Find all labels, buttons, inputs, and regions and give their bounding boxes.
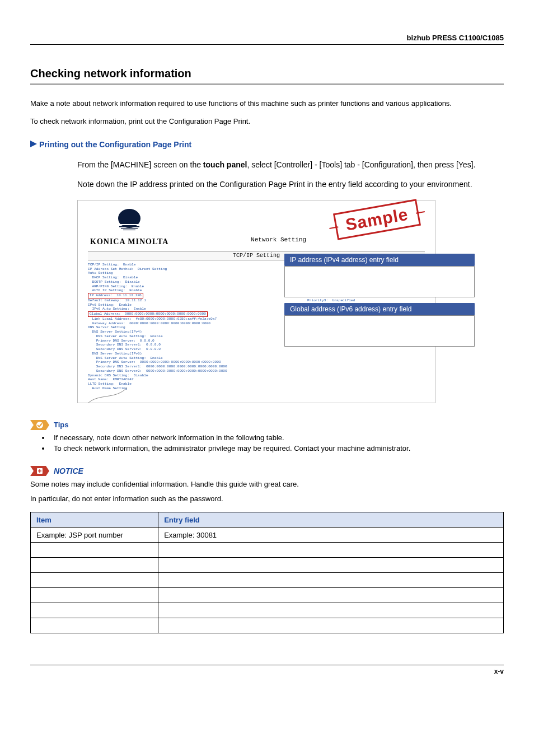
table-row <box>31 618 504 633</box>
th-entry: Entry field <box>158 512 504 528</box>
cell-entry-example: Example: 30081 <box>158 528 504 543</box>
page-curl-icon <box>88 388 127 403</box>
table-row <box>31 558 504 573</box>
callout-ipv4: IP address (IPv4 address) entry field <box>284 254 475 266</box>
section-rule <box>30 83 504 85</box>
intro-paragraph-2: To check network information, print out … <box>30 116 504 127</box>
table-row <box>31 603 504 618</box>
table-row <box>31 588 504 603</box>
table-row <box>31 573 504 588</box>
sample-stamp: Sample <box>333 199 421 240</box>
ip-address-highlight: IP Address: 10.11.12.186 <box>88 293 143 298</box>
entry-box-ipv6 <box>284 315 475 347</box>
subsection-title: Printing out the Configuration Page Prin… <box>39 140 191 149</box>
intro-paragraph-1: Make a note about network information re… <box>30 99 504 109</box>
svg-rect-3 <box>119 226 139 227</box>
figure-doc-title: Network Setting <box>251 236 306 243</box>
callout-ipv6: Global address (IPv6 address) entry fiel… <box>284 303 475 315</box>
triangle-icon <box>30 140 37 149</box>
svg-point-7 <box>36 422 43 428</box>
page-number: x-v <box>30 665 504 675</box>
notice-icon <box>30 466 49 476</box>
globe-icon <box>116 208 142 234</box>
notice-heading: NOTICE <box>30 466 504 476</box>
global-address-highlight: Global Address: 0000:0000:0000:0000:0000… <box>88 311 208 317</box>
svg-marker-0 <box>30 141 37 147</box>
subsection-heading: Printing out the Configuration Page Prin… <box>30 140 504 149</box>
table-row: Example: JSP port number Example: 30081 <box>31 528 504 543</box>
config-page-figure: KONICA MINOLTA Network Setting Sample TC… <box>77 200 435 403</box>
entry-box-ipv4 <box>284 266 475 297</box>
tips-list: If necessary, note down other network in… <box>30 433 504 452</box>
notice-label: NOTICE <box>54 466 83 475</box>
step-paragraph-1: From the [MACHINE] screen on the touch p… <box>77 159 504 170</box>
konica-minolta-logo: KONICA MINOLTA <box>90 208 168 246</box>
entry-table: Item Entry field Example: JSP port numbe… <box>30 512 504 633</box>
th-item: Item <box>31 512 158 528</box>
tips-heading: Tips <box>30 420 504 430</box>
logo-text: KONICA MINOLTA <box>90 237 168 246</box>
svg-rect-4 <box>121 228 138 228</box>
cell-item-example: Example: JSP port number <box>31 528 158 543</box>
tips-icon <box>30 420 49 430</box>
svg-rect-2 <box>118 224 140 225</box>
header-product: bizhub PRESS C1100/C1085 <box>30 34 504 45</box>
tips-item-2: To check network information, the admini… <box>50 444 504 452</box>
step-paragraph-2: Note down the IP address printed on the … <box>77 179 504 190</box>
notice-paragraph-2: In particular, do not enter information … <box>30 494 504 504</box>
tips-item-1: If necessary, note down other network in… <box>50 433 504 442</box>
tips-label: Tips <box>54 421 69 429</box>
notice-paragraph-1: Some notes may include confidential info… <box>30 479 504 489</box>
table-header-row: Item Entry field <box>31 512 504 528</box>
config-text-left: TCP/IP Setting: Enable IP Address Set Me… <box>88 263 254 397</box>
table-row <box>31 543 504 558</box>
section-title: Checking network information <box>30 67 504 80</box>
svg-rect-5 <box>123 230 135 230</box>
